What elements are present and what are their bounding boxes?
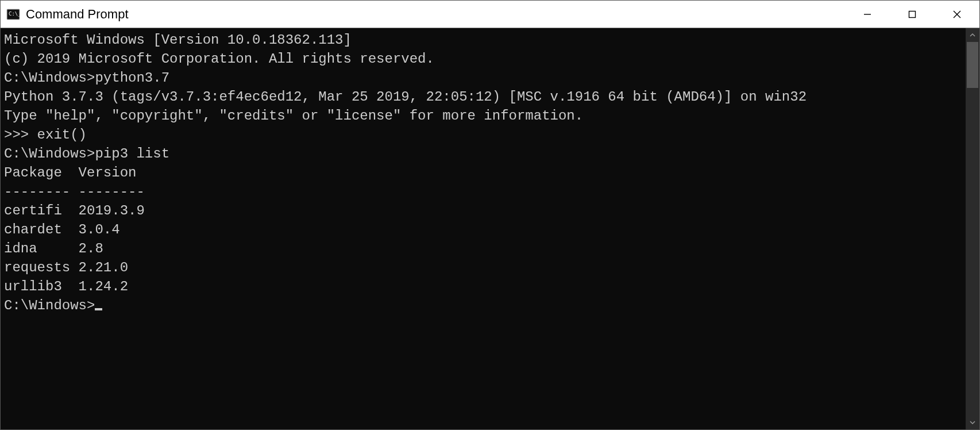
close-button[interactable] bbox=[935, 1, 979, 28]
terminal-output[interactable]: Microsoft Windows [Version 10.0.18362.11… bbox=[1, 28, 966, 429]
cursor bbox=[95, 308, 102, 310]
maximize-icon bbox=[908, 10, 917, 19]
terminal-line: C:\Windows>pip3 list bbox=[4, 144, 963, 163]
terminal-line: >>> exit() bbox=[4, 125, 963, 144]
terminal-line: (c) 2019 Microsoft Corporation. All righ… bbox=[4, 49, 963, 68]
terminal-line: Python 3.7.3 (tags/v3.7.3:ef4ec6ed12, Ma… bbox=[4, 87, 963, 106]
chevron-down-icon[interactable] bbox=[966, 416, 979, 429]
terminal-line: Microsoft Windows [Version 10.0.18362.11… bbox=[4, 30, 963, 49]
titlebar[interactable]: C:\_ Command Prompt bbox=[1, 1, 979, 28]
minimize-icon bbox=[863, 10, 872, 19]
window-title: Command Prompt bbox=[26, 7, 129, 22]
terminal-line: requests 2.21.0 bbox=[4, 258, 963, 277]
svg-rect-3 bbox=[909, 11, 916, 17]
window-controls bbox=[845, 1, 979, 28]
terminal-line: idna 2.8 bbox=[4, 239, 963, 258]
terminal-line: chardet 3.0.4 bbox=[4, 220, 963, 239]
titlebar-left: C:\_ Command Prompt bbox=[1, 7, 129, 22]
minimize-button[interactable] bbox=[845, 1, 890, 28]
terminal-body: Microsoft Windows [Version 10.0.18362.11… bbox=[1, 28, 979, 429]
terminal-line: certifi 2019.3.9 bbox=[4, 201, 963, 220]
terminal-line: Type "help", "copyright", "credits" or "… bbox=[4, 106, 963, 125]
terminal-line: urllib3 1.24.2 bbox=[4, 277, 963, 296]
terminal-line: C:\Windows> bbox=[4, 296, 963, 315]
terminal-line: C:\Windows>python3.7 bbox=[4, 68, 963, 87]
svg-text:C:\_: C:\_ bbox=[9, 11, 20, 17]
close-icon bbox=[952, 10, 962, 19]
maximize-button[interactable] bbox=[890, 1, 935, 28]
vertical-scrollbar[interactable] bbox=[966, 28, 979, 429]
terminal-line: -------- -------- bbox=[4, 182, 963, 201]
cmd-icon: C:\_ bbox=[6, 7, 20, 21]
command-prompt-window: C:\_ Command Prompt bbox=[0, 0, 980, 430]
terminal-line: Package Version bbox=[4, 163, 963, 182]
scroll-thumb[interactable] bbox=[967, 42, 978, 88]
chevron-up-icon[interactable] bbox=[966, 28, 979, 42]
